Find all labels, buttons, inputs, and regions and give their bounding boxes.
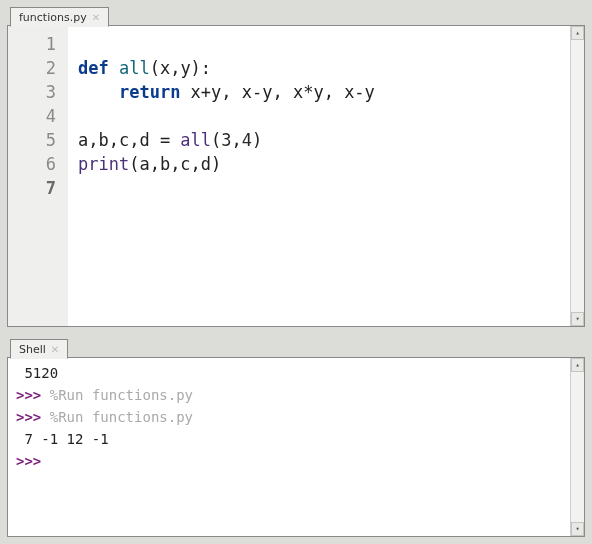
- editor-tab[interactable]: functions.py ✕: [10, 7, 109, 27]
- code-line: return x+y, x-y, x*y, x-y: [78, 80, 570, 104]
- line-number: 5: [8, 128, 68, 152]
- scroll-down-button[interactable]: ▾: [571, 522, 584, 536]
- editor-scrollbar[interactable]: ▴ ▾: [570, 26, 584, 326]
- line-number: 3: [8, 80, 68, 104]
- shell-panel: Shell ✕ 5120>>> %Run functions.py>>> %Ru…: [7, 357, 585, 537]
- triangle-up-icon: ▴: [575, 29, 579, 37]
- line-number: 2: [8, 56, 68, 80]
- triangle-up-icon: ▴: [575, 361, 579, 369]
- shell-line: >>> %Run functions.py: [16, 384, 570, 406]
- code-line: [78, 176, 570, 200]
- shell-area[interactable]: 5120>>> %Run functions.py>>> %Run functi…: [8, 358, 570, 536]
- editor-panel: functions.py ✕ 1234567 def all(x,y): ret…: [7, 25, 585, 327]
- scroll-down-button[interactable]: ▾: [571, 312, 584, 326]
- shell-line: 7 -1 12 -1: [16, 428, 570, 450]
- line-number: 7: [8, 176, 68, 200]
- editor-tab-label: functions.py: [19, 11, 87, 24]
- shell-line: >>> %Run functions.py: [16, 406, 570, 428]
- close-icon[interactable]: ✕: [92, 13, 100, 23]
- shell-line: 5120: [16, 362, 570, 384]
- line-number: 6: [8, 152, 68, 176]
- editor-body: 1234567 def all(x,y): return x+y, x-y, x…: [8, 26, 570, 326]
- code-line: def all(x,y):: [78, 56, 570, 80]
- code-line: [78, 32, 570, 56]
- code-area[interactable]: def all(x,y): return x+y, x-y, x*y, x-y …: [68, 26, 570, 326]
- line-number-gutter: 1234567: [8, 26, 68, 326]
- line-number: 1: [8, 32, 68, 56]
- shell-line: >>>: [16, 450, 570, 472]
- close-icon[interactable]: ✕: [51, 345, 59, 355]
- triangle-down-icon: ▾: [575, 525, 579, 533]
- shell-scrollbar[interactable]: ▴ ▾: [570, 358, 584, 536]
- scroll-up-button[interactable]: ▴: [571, 26, 584, 40]
- scroll-up-button[interactable]: ▴: [571, 358, 584, 372]
- line-number: 4: [8, 104, 68, 128]
- code-line: [78, 104, 570, 128]
- shell-tab-label: Shell: [19, 343, 46, 356]
- code-line: a,b,c,d = all(3,4): [78, 128, 570, 152]
- code-line: print(a,b,c,d): [78, 152, 570, 176]
- triangle-down-icon: ▾: [575, 315, 579, 323]
- shell-tab[interactable]: Shell ✕: [10, 339, 68, 359]
